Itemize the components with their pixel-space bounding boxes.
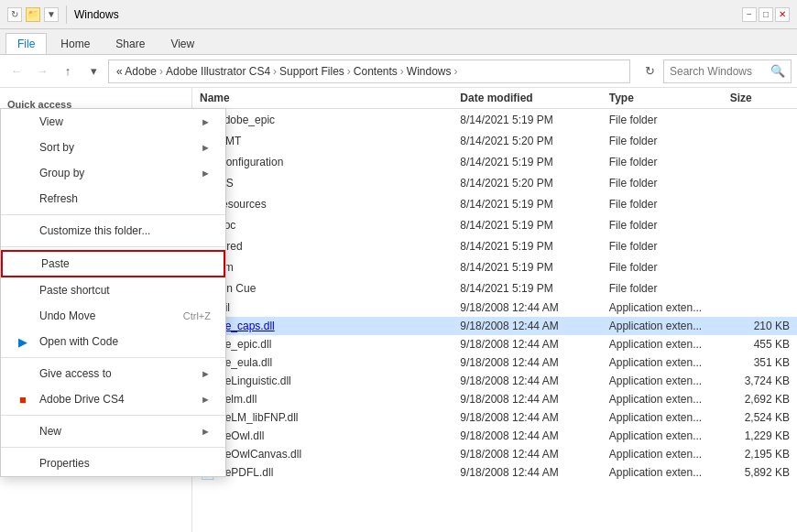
table-row[interactable]: Loc8/14/2021 5:19 PMFile folder (192, 214, 797, 235)
search-box[interactable]: 🔍 (663, 60, 792, 83)
ctx-refresh-label: Refresh (39, 192, 78, 205)
file-name-cell: resources (200, 195, 445, 212)
addr-end: ↻ (639, 61, 660, 81)
file-name-cell: 📄beOwl.dll (200, 429, 445, 443)
ctx-group-icon (16, 166, 30, 180)
ctx-customize-icon (16, 223, 30, 238)
ctx-adobe-drive-icon: ■ (16, 392, 30, 407)
file-name-text: Configuration (218, 156, 283, 168)
ctx-customize[interactable]: Customize this folder... (1, 218, 225, 244)
ctx-adobe-drive-arrow: ► (201, 394, 211, 405)
tab-share[interactable]: Share (104, 33, 157, 54)
table-row[interactable]: 📄bePDFL.dll9/18/2008 12:44 AMApplication… (192, 463, 797, 482)
file-date: 9/18/2008 12:44 AM (453, 353, 601, 372)
ctx-view[interactable]: View ► (1, 109, 225, 135)
file-date: 8/14/2021 5:19 PM (453, 214, 601, 235)
ctx-paste-shortcut[interactable]: Paste shortcut (1, 277, 225, 303)
ctx-open-code[interactable]: ▶ Open with Code (1, 329, 225, 354)
table-row[interactable]: 📄beLM_libFNP.dll9/18/2008 12:44 AMApplic… (192, 408, 797, 427)
close-btn[interactable]: ✕ (775, 7, 790, 22)
table-row[interactable]: uired8/14/2021 5:19 PMFile folder (192, 235, 797, 256)
file-name-cell: ion Cue (200, 279, 445, 297)
ctx-give-access[interactable]: Give access to ► (1, 361, 225, 386)
table-row[interactable]: AMT8/14/2021 5:20 PMFile folder (192, 130, 797, 151)
tab-file[interactable]: File (5, 33, 47, 54)
maximize-btn[interactable]: □ (759, 7, 773, 22)
ctx-group-arrow: ► (201, 168, 211, 179)
ctx-refresh[interactable]: Refresh (1, 186, 225, 212)
file-type: Application exten... (602, 408, 723, 427)
ctx-refresh-icon (16, 191, 30, 206)
ctx-group[interactable]: Group by ► (1, 160, 225, 186)
ctx-properties[interactable]: Properties (1, 451, 225, 476)
ctx-undo-shortcut: Ctrl+Z (183, 310, 211, 321)
tab-home[interactable]: Home (49, 33, 102, 54)
ctx-undo[interactable]: Undo Move Ctrl+Z (1, 303, 225, 329)
recent-btn[interactable]: ▾ (82, 60, 104, 82)
ctx-new-icon (16, 424, 30, 439)
table-row[interactable]: ion Cue8/14/2021 5:19 PMFile folder (192, 277, 797, 299)
tab-view[interactable]: View (158, 33, 206, 54)
ctx-new-label: New (39, 425, 61, 438)
table-row[interactable]: resources8/14/2021 5:19 PMFile folder (192, 193, 797, 214)
table-row[interactable]: US8/14/2021 5:20 PMFile folder (192, 172, 797, 193)
context-menu: View ► Sort by ► Group by ► Refresh Cust… (0, 108, 226, 477)
table-row[interactable]: 📄beOwlCanvas.dll9/18/2008 12:44 AMApplic… (192, 445, 797, 463)
table-row[interactable]: 📄belm.dll9/18/2008 12:44 AMApplication e… (192, 390, 797, 408)
ctx-sep4 (1, 415, 225, 416)
ctx-sort[interactable]: Sort by ► (1, 135, 225, 160)
file-name-cell: 📄be_epic.dll (200, 337, 445, 352)
table-row[interactable]: em8/14/2021 5:19 PMFile folder (192, 256, 797, 277)
file-date: 8/14/2021 5:19 PM (453, 109, 601, 131)
file-size: 1,229 KB (723, 427, 797, 445)
table-row[interactable]: 📄beLinguistic.dll9/18/2008 12:44 AMAppli… (192, 372, 797, 390)
ctx-paste[interactable]: Paste (1, 250, 225, 277)
table-row[interactable]: Configuration8/14/2021 5:19 PMFile folde… (192, 151, 797, 172)
refresh-addr-btn[interactable]: ↻ (639, 61, 660, 81)
window-title: Windows (74, 8, 119, 21)
col-size[interactable]: Size (723, 88, 797, 109)
table-row[interactable]: 📄beOwl.dll9/18/2008 12:44 AMApplication … (192, 427, 797, 445)
table-row[interactable]: 📄be_epic.dll9/18/2008 12:44 AMApplicatio… (192, 335, 797, 353)
table-row[interactable]: adobe_epic8/14/2021 5:19 PMFile folder (192, 109, 797, 131)
up-btn[interactable]: ↑ (57, 60, 79, 82)
toolbar: ← → ↑ ▾ « Adobe › Adobe Illustrator CS4 … (0, 55, 797, 88)
file-size: 2,195 KB (723, 445, 797, 463)
file-name-cell: em (200, 258, 445, 276)
file-size: 3,724 KB (723, 372, 797, 390)
ctx-give-access-arrow: ► (201, 368, 211, 379)
forward-btn[interactable]: → (31, 60, 53, 82)
folder-icon[interactable]: 📁 (26, 7, 40, 22)
ctx-adobe-drive[interactable]: ■ Adobe Drive CS4 ► (1, 386, 225, 412)
file-name-cell: uired (200, 237, 445, 255)
ctx-paste-label: Paste (41, 257, 70, 270)
table-row[interactable]: 📄be_caps.dll9/18/2008 12:44 AMApplicatio… (192, 317, 797, 335)
file-type: File folder (602, 256, 723, 277)
ctx-new[interactable]: New ► (1, 418, 225, 444)
ctx-view-icon (16, 114, 30, 129)
ctx-view-label: View (39, 115, 63, 128)
file-table: Name Date modified Type Size adobe_epic8… (192, 88, 797, 482)
file-name-text: bePDFL.dll (219, 466, 273, 479)
col-type[interactable]: Type (602, 88, 723, 109)
col-date[interactable]: Date modified (453, 88, 601, 109)
col-name[interactable]: Name (192, 88, 453, 109)
address-bar[interactable]: « Adobe › Adobe Illustrator CS4 › Suppor… (108, 60, 630, 83)
quick-access-icon[interactable]: ↻ (7, 7, 22, 22)
back-btn[interactable]: ← (5, 60, 27, 82)
dropdown-icon[interactable]: ▼ (44, 7, 59, 22)
file-size (723, 151, 797, 172)
file-name-cell: 📄bePDFL.dll (200, 465, 445, 480)
file-size (723, 214, 797, 235)
ctx-sort-icon (16, 140, 30, 155)
ctx-paste-shortcut-label: Paste shortcut (39, 284, 110, 297)
ctx-paste-shortcut-icon (16, 283, 30, 298)
minimize-btn[interactable]: − (742, 7, 757, 22)
table-row[interactable]: 📄ail9/18/2008 12:44 AMApplication exten.… (192, 299, 797, 317)
file-type: Application exten... (602, 353, 723, 372)
file-date: 8/14/2021 5:20 PM (453, 130, 601, 151)
title-bar-icons: ↻ 📁 ▼ (7, 7, 59, 22)
table-row[interactable]: 📄be_eula.dll9/18/2008 12:44 AMApplicatio… (192, 353, 797, 372)
search-input[interactable] (670, 65, 767, 78)
file-size (723, 277, 797, 299)
